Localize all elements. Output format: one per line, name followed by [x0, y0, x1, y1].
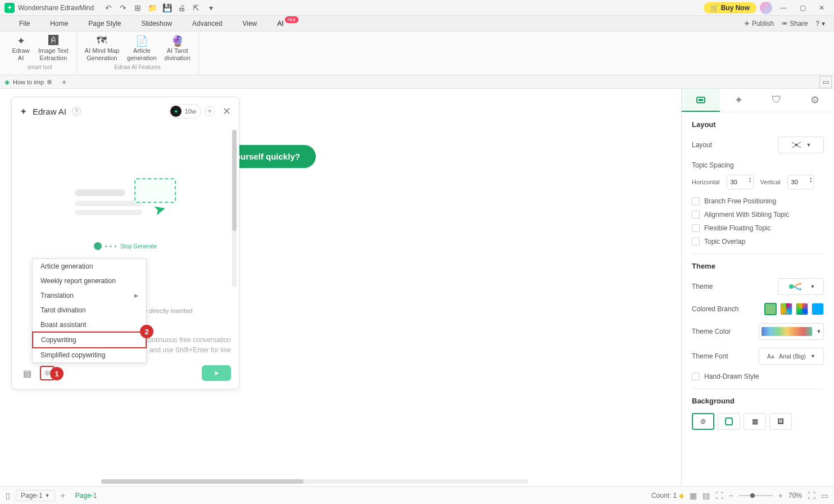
bg-solid[interactable] — [718, 413, 740, 430]
zoom-out-button[interactable]: − — [729, 491, 733, 500]
maximize-button[interactable]: ▢ — [795, 2, 810, 13]
svg-line-5 — [796, 142, 801, 145]
menu-ai[interactable]: AI Hot — [267, 17, 293, 30]
ai-tarot-button[interactable]: 🔮 AI Tarotdivination — [161, 34, 193, 63]
close-icon[interactable]: ✕ — [223, 105, 231, 117]
swatch-4[interactable] — [812, 303, 824, 315]
swatch-2[interactable] — [780, 303, 792, 315]
checkbox[interactable] — [692, 373, 700, 380]
menu-home[interactable]: Home — [40, 17, 78, 30]
send-button[interactable]: ➤ — [202, 365, 231, 381]
help-icon[interactable]: ? — [72, 107, 81, 116]
popup-weekly-report[interactable]: Weekly report generation — [33, 274, 146, 288]
popup-simplified-copywriting[interactable]: Simplified copywriting — [33, 348, 146, 362]
save-icon[interactable]: 💾 — [161, 2, 173, 13]
buy-now-button[interactable]: 🛒 Buy Now — [704, 2, 756, 13]
page-selector[interactable]: Page-1 ▼ — [16, 490, 55, 501]
menu-page-style[interactable]: Page Style — [78, 17, 131, 30]
horizontal-scrollbar[interactable] — [101, 479, 528, 484]
side-tab-settings[interactable]: ⚙ — [796, 89, 834, 112]
theme-select[interactable]: ▼ — [778, 278, 824, 295]
add-page-button[interactable]: + — [61, 491, 65, 500]
add-tokens-button[interactable]: + — [205, 106, 215, 116]
outline-icon[interactable]: ▯ — [6, 491, 10, 500]
bg-none[interactable]: ⊘ — [692, 413, 714, 430]
side-panel-body: Layout Layout ▼ Topic Spacing Horizontal… — [682, 112, 834, 486]
mindmap-layout-icon — [791, 141, 802, 149]
article-generation-button[interactable]: 📄 Articlegeneration — [124, 34, 160, 63]
stop-generate-button[interactable]: • • • Stop Generate — [94, 242, 157, 250]
dropdown-icon[interactable]: ▾ — [205, 2, 216, 13]
side-tab-security[interactable]: 🛡 — [758, 89, 796, 112]
popup-tarot[interactable]: Tarot divination — [33, 303, 146, 317]
check-branch-free[interactable]: Branch Free Positioning — [692, 197, 824, 205]
article-icon: 📄 — [135, 35, 148, 47]
checkbox[interactable] — [692, 211, 700, 219]
theme-color-select[interactable]: ▼ — [759, 323, 824, 340]
new-icon[interactable]: ⊞ — [132, 2, 143, 13]
print-icon[interactable]: 🖨 — [176, 2, 187, 13]
popup-copywriting[interactable]: Copywriting 2 — [32, 332, 147, 348]
text-extract-icon: 🅰 — [48, 35, 58, 47]
ocr-tool-button[interactable]: ▤ — [20, 366, 34, 380]
checkbox[interactable] — [692, 224, 700, 232]
svg-point-10 — [799, 283, 801, 285]
close-button[interactable]: ✕ — [814, 2, 830, 13]
side-tab-layout[interactable] — [682, 89, 720, 112]
layout-select[interactable]: ▼ — [778, 137, 824, 153]
collapse-panel-button[interactable]: ▭ — [819, 76, 832, 88]
check-flexible[interactable]: Flexible Floating Topic — [692, 224, 824, 232]
avatar[interactable] — [760, 2, 772, 14]
help-button[interactable]: ?▾ — [815, 20, 825, 28]
popup-boast[interactable]: Boast assistant — [33, 317, 146, 332]
check-overlap[interactable]: Topic Overlap — [692, 238, 824, 246]
token-pill[interactable]: ✦ 10w — [169, 104, 201, 119]
image-text-extraction-button[interactable]: 🅰 Image TextExtraction — [35, 34, 72, 63]
add-tab-button[interactable]: + — [62, 78, 66, 87]
ai-panel-header: ✦ Edraw AI ? ✦ 10w + ✕ — [12, 97, 239, 125]
skills-tool-button[interactable]: ⚛ 1 — [40, 366, 55, 380]
publish-button[interactable]: ✈Publish — [744, 20, 774, 28]
document-tab[interactable]: How to imp — [13, 79, 52, 85]
horizontal-label: Horizontal — [692, 179, 720, 185]
export-icon[interactable]: ⇱ — [191, 2, 202, 13]
vertical-stepper[interactable]: 30 ▲▼ — [787, 175, 814, 189]
zoom-slider[interactable] — [739, 495, 773, 496]
horizontal-stepper[interactable]: 30 ▲▼ — [727, 175, 754, 189]
ai-mindmap-button[interactable]: 🗺 AI Mind MapGeneration — [81, 34, 123, 63]
chevron-down-icon: ▾ — [822, 20, 825, 28]
view-fit-icon[interactable]: ⛶ — [715, 491, 723, 500]
bg-image[interactable]: 🖼 — [769, 413, 792, 430]
swatch-1[interactable] — [764, 303, 777, 315]
fullscreen-icon[interactable]: ⛶ — [808, 491, 815, 500]
minimize-button[interactable]: — — [776, 2, 791, 13]
side-tab-style[interactable]: ✦ — [720, 89, 758, 112]
checkbox[interactable] — [692, 197, 700, 205]
check-alignment[interactable]: Alignment With Sibling Topic — [692, 211, 824, 219]
checkbox[interactable] — [692, 238, 700, 246]
view-list-icon[interactable]: ▤ — [702, 491, 710, 500]
share-button[interactable]: ⚮Share — [782, 20, 808, 28]
ai-scrollbar[interactable] — [232, 130, 237, 287]
popup-article-generation[interactable]: Article generation — [33, 259, 146, 274]
collapse-icon[interactable]: ▭ — [821, 491, 828, 500]
undo-icon[interactable]: ↶ — [103, 2, 114, 13]
canvas[interactable]: improve yourself quickly? ✦ Edraw AI ? ✦… — [0, 89, 681, 486]
popup-translation[interactable]: Translation ▶ — [33, 288, 146, 303]
check-hand-drawn[interactable]: Hand-Drawn Style — [692, 373, 824, 380]
share-icon: ⚮ — [782, 20, 787, 28]
redo-icon[interactable]: ↷ — [117, 2, 129, 13]
edraw-ai-button[interactable]: ✦ EdrawAI — [8, 34, 34, 63]
theme-font-select[interactable]: Aᴀ Arial (Big) ▼ — [759, 348, 824, 365]
menu-advanced[interactable]: Advanced — [182, 17, 232, 30]
open-icon[interactable]: 📁 — [147, 2, 158, 13]
zoom-in-button[interactable]: + — [778, 491, 783, 500]
view-grid-icon[interactable]: ▦ — [690, 491, 697, 500]
bg-pattern[interactable]: ▦ — [744, 413, 766, 430]
swatch-3[interactable] — [796, 303, 808, 315]
menu-slideshow[interactable]: Slideshow — [131, 17, 182, 30]
theme-color-label: Theme Color — [692, 328, 731, 335]
menu-file[interactable]: File — [9, 17, 40, 30]
page-tab-1[interactable]: Page-1 — [71, 492, 102, 500]
menu-view[interactable]: View — [232, 17, 267, 30]
